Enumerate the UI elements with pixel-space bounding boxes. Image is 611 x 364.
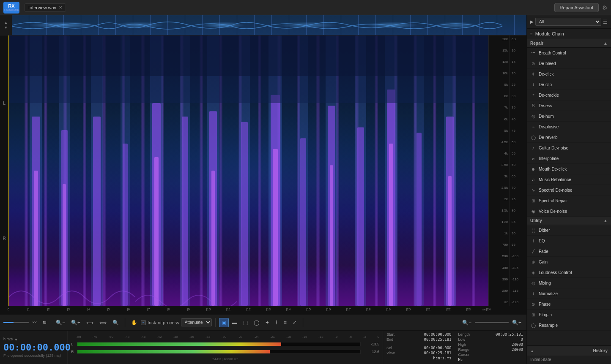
center-area: ▲ ▼ L R [0,15,526,364]
module-dither[interactable]: ⣿ Dither [527,225,611,236]
module-mixing[interactable]: ◎ Mixing [527,278,611,288]
ch-l-label: L [71,342,75,346]
module-resample[interactable]: ◯ Resample [527,320,611,331]
module-de-ess[interactable]: S De-ess [527,101,611,111]
zoom-slider[interactable] [475,322,509,323]
spectrum-toggle-button[interactable]: ≋ [41,319,48,326]
x-tick-15: |15 [306,306,311,311]
spectrogram-container[interactable]: L R [0,35,526,306]
module-spectral-repair[interactable]: ⊞ Spectral Repair [527,196,611,206]
tab-filename: Interview.wav [28,5,56,10]
waveform-canvas[interactable] [12,15,526,35]
zoom-out-button[interactable]: 🔍− [53,318,68,327]
waveform-view-button[interactable]: ▬ [230,318,240,327]
db-label-20: 20 [510,71,526,75]
history-up-icon[interactable]: ▲ [530,349,534,353]
zoom-minus-button[interactable]: 🔍− [460,319,473,326]
instant-process-checkbox[interactable]: ✓ [141,320,146,325]
high-value: 24000 [512,342,523,347]
spectrogram-main[interactable] [8,35,488,306]
music-rebalance-icon: ♫ [530,177,536,182]
zoom-plus-button[interactable]: 🔍+ [510,319,523,326]
phase-label: Phase [539,302,551,307]
module-de-plosive[interactable]: ⌁ De-plosive [527,122,611,132]
filter-select[interactable]: All [535,18,601,26]
zoom-fit-v-button[interactable]: ⟺ [97,318,109,327]
module-fade[interactable]: ╱ Fade [527,246,611,257]
zoom-fit-button[interactable]: ⟷ [84,318,96,327]
normalize-icon: ⌇ [530,291,536,296]
harmonic-select-button[interactable]: ⌇ [273,318,280,327]
dither-icon: ⣿ [530,227,536,233]
module-mouth-de-click[interactable]: ☻ Mouth De-click [527,164,611,174]
wave-toggle-button[interactable]: 〰 [30,319,39,326]
mixing-icon: ◎ [530,280,536,286]
module-normalize[interactable]: ⌇ Normalize [527,288,611,299]
interpolate-icon: ⌀ [530,155,536,161]
history-section: ▲ History Initial State [527,345,611,364]
attenuate-select[interactable]: Attenuate Remove Isolate [181,318,212,326]
module-spectral-de-noise[interactable]: ∿ Spectral De-noise [527,185,611,196]
module-chain-header: ≡ Module Chain [527,29,611,39]
magic-wand-button[interactable]: ✦ [263,318,272,327]
right-panel: ▶ All ☰ ≡ Module Chain Repair ▲ 〜 Breath… [526,15,611,364]
volume-slider[interactable] [3,322,29,323]
info-row-low: Low 0 [458,337,523,342]
db-scale: dB 10 15 20 25 30 35 40 45 50 55 60 65 7… [510,35,526,306]
module-de-crackle[interactable]: ⁺ De-crackle [527,90,611,101]
panel-play-icon[interactable]: ▶ [530,19,534,24]
select-tool-button[interactable]: ⬚ [241,318,250,327]
module-de-reverb[interactable]: ◯ De-reverb [527,132,611,143]
module-guitar-de-noise[interactable]: ♪ Guitar De-noise [527,143,611,153]
lasso-tool-button[interactable]: ◯ [251,318,262,327]
info-group-right: Length 00:00:25.181 Low 0 High 24000 Ran… [455,331,527,364]
gain-icon: ⊕ [530,259,536,265]
module-de-clip[interactable]: ⌇ De-clip [527,79,611,90]
waveform-overview[interactable]: ▲ ▼ [0,15,526,35]
module-chain-icon: ≡ [530,32,533,36]
module-voice-de-noise[interactable]: ◉ Voice De-noise [527,206,611,217]
module-eq[interactable]: ⌇ EQ [527,236,611,246]
pencil-tool-button[interactable]: ✓ [290,318,299,327]
module-breath-control[interactable]: 〜 Breath Control [527,48,611,58]
freq-label-7k: 7k [489,106,510,109]
settings-icon[interactable]: ⚙ [602,4,608,11]
time-format-dropdown-icon[interactable]: ▼ [14,338,18,342]
tab-close-button[interactable]: ✕ [59,5,62,10]
db-label-105: -105 [510,266,526,270]
module-music-rebalance[interactable]: ♫ Music Rebalance [527,174,611,185]
module-plug-in[interactable]: ⊞ Plug-in [527,310,611,320]
meter-label-33: -33 [205,335,211,339]
module-de-click[interactable]: ✳ De-click [527,69,611,79]
meter-section: h:m:s ▼ 00:00:00.000 File opened success… [0,330,526,364]
module-phase[interactable]: ⊘ Phase [527,299,611,310]
history-initial-state: Initial State [527,356,611,364]
repair-assistant-button[interactable]: Repair Assistant [554,3,599,12]
freq-label-300: 300 [489,277,510,281]
x-tick-20: |20 [406,306,411,311]
module-interpolate[interactable]: ⌀ Interpolate [527,153,611,164]
list-view-button[interactable]: ≡ [281,318,289,327]
repair-collapse-button[interactable]: ▲ [603,41,608,46]
nav-down-icon[interactable]: ▼ [4,25,8,30]
module-de-hum[interactable]: ◎ De-hum [527,111,611,122]
zoom-in-button[interactable]: 🔍+ [68,318,83,327]
ch-r-label: R [71,350,75,354]
panel-menu-icon[interactable]: ☰ [603,19,608,25]
zoom-view-button[interactable]: 🔍 [110,318,121,327]
meter-ruler-labels: -Inf -70 -60 -48 -45 -42 -39 -36 -33 -30… [76,335,379,339]
module-gain[interactable]: ⊕ Gain [527,257,611,267]
module-de-bleed[interactable]: ⊙ De-bleed [527,58,611,69]
spectrogram-view-button[interactable]: ▣ [219,318,229,327]
start-value: 00:00:00.000 [424,332,451,337]
module-loudness-control[interactable]: ◈ Loudness Control [527,267,611,278]
db-label-70: 70 [510,186,526,190]
zoom-tools: 🔍− 🔍+ ⟷ ⟺ 🔍 [53,318,125,327]
file-tab[interactable]: Interview.wav ✕ [25,3,66,12]
meter-l-fill [77,342,281,346]
nav-up-icon[interactable]: ▲ [4,20,8,25]
db-label-115: -115 [510,289,526,293]
hand-tool-button[interactable]: ✋ [129,318,140,327]
utility-collapse-button[interactable]: ▲ [603,218,608,223]
instant-process-checkbox-label[interactable]: ✓ Instant process [141,320,179,325]
